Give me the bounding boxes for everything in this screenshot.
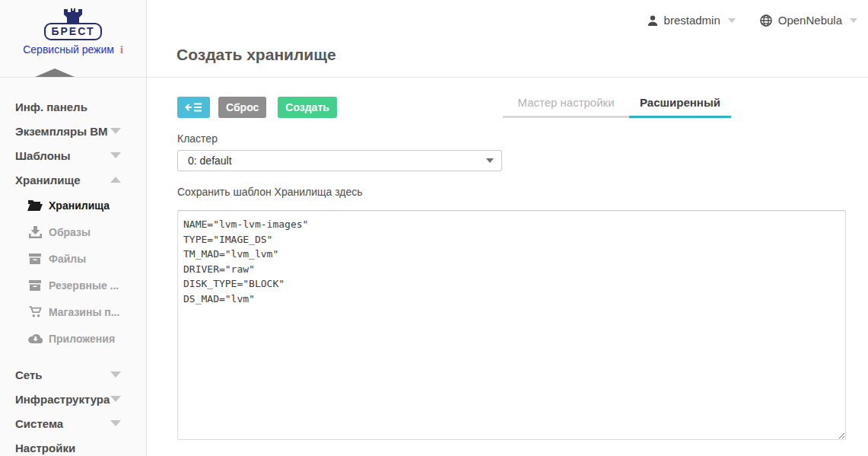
back-to-list-button[interactable] [177, 97, 210, 118]
sidebar-item-infrastructure[interactable]: Инфраструктура [0, 387, 146, 411]
zone-menu-label: OpenNebula [778, 14, 842, 27]
user-menu[interactable]: brestadmin [647, 14, 736, 27]
sidebar-item-vm-instances[interactable]: Экземпляры ВМ [0, 119, 146, 143]
cluster-label: Кластер [177, 132, 847, 145]
cloud-download-icon [27, 333, 43, 343]
chevron-down-icon [110, 128, 121, 134]
sidebar-item-label: Резервные ... [49, 279, 119, 292]
reset-button[interactable]: Сброс [218, 97, 266, 118]
sidebar-item-network[interactable]: Сеть [0, 362, 146, 387]
chevron-down-icon [728, 18, 736, 23]
cart-icon [27, 306, 43, 317]
sidebar-nav: Инф. панель Экземпляры ВМ Шаблоны Хранил… [0, 78, 146, 456]
sidebar-item-files[interactable]: Файлы [0, 245, 146, 272]
chevron-down-icon [486, 158, 494, 163]
sidebar-item-label: Хранилища [49, 199, 110, 212]
sidebar-item-label: Приложения [49, 333, 115, 345]
sidebar-item-label: Образы [49, 226, 91, 238]
sidebar-item-settings[interactable]: Настройки [0, 435, 146, 456]
chevron-down-icon [850, 18, 857, 23]
cluster-select[interactable]: 0: default [177, 150, 502, 171]
archive-box-icon [27, 280, 43, 291]
download-icon [27, 226, 43, 238]
chevron-down-icon [110, 152, 121, 158]
form-mode-tabs: Мастер настройки Расширенный [503, 91, 731, 118]
sidebar-collapse-toggle[interactable] [35, 69, 75, 77]
service-mode-link[interactable]: Сервисный режим [23, 43, 114, 56]
chevron-down-icon [110, 420, 121, 426]
brest-logo[interactable]: БРЕСТ [44, 8, 101, 40]
sidebar-item-marketplaces[interactable]: Магазины п... [0, 298, 146, 325]
tab-advanced[interactable]: Расширенный [629, 91, 731, 118]
sidebar-item-label: Сеть [15, 368, 43, 381]
globe-icon [760, 14, 772, 27]
topnav: brestadmin OpenNebula [647, 14, 857, 27]
arrow-left-list-icon [185, 102, 202, 113]
chevron-up-icon [110, 177, 121, 183]
sidebar-item-apps[interactable]: Приложения [0, 325, 146, 352]
sidebar-item-storage[interactable]: Хранилище [0, 167, 146, 192]
template-label: Сохранить шаблон Хранилища здесь [177, 186, 847, 198]
folder-open-icon [27, 200, 43, 211]
sidebar-item-backups[interactable]: Резервные ... [0, 272, 146, 298]
sidebar-item-templates[interactable]: Шаблоны [0, 143, 146, 167]
tab-wizard[interactable]: Мастер настройки [503, 91, 629, 118]
sidebar-item-label: Настройки [15, 442, 75, 454]
sidebar-item-system[interactable]: Система [0, 411, 146, 435]
datastore-template-textarea[interactable]: NAME="lvm-lvm-images" TYPE="IMAGE_DS" TM… [177, 210, 846, 440]
sidebar-item-label: Инфраструктура [15, 393, 110, 406]
zone-menu[interactable]: OpenNebula [760, 14, 857, 27]
main-area: Создать хранилище brestadmin OpenNebula [147, 0, 868, 456]
sidebar-item-label: Инф. панель [15, 100, 87, 113]
cluster-select-value: 0: default [188, 155, 232, 167]
logo-area: БРЕСТ Сервисный режимi [0, 0, 146, 78]
sidebar-item-images[interactable]: Образы [0, 218, 146, 245]
sidebar-item-label: Хранилище [15, 174, 81, 187]
info-icon[interactable]: i [120, 44, 123, 56]
app-window: БРЕСТ Сервисный режимi Инф. панель Экзем… [0, 0, 868, 456]
create-button[interactable]: Создать [278, 97, 337, 118]
chevron-down-icon [110, 396, 121, 402]
castle-icon [60, 8, 86, 24]
toolbar: Сброс Создать Мастер настройки Расширенн… [177, 91, 847, 118]
chevron-down-icon [110, 371, 121, 378]
sidebar: БРЕСТ Сервисный режимi Инф. панель Экзем… [0, 0, 147, 456]
sidebar-item-label: Шаблоны [15, 149, 71, 162]
person-icon [647, 15, 658, 26]
sidebar-item-datastores[interactable]: Хранилища [0, 192, 146, 218]
sidebar-item-label: Файлы [49, 253, 86, 265]
sidebar-item-label: Экземпляры ВМ [15, 125, 108, 138]
main-header: Создать хранилище brestadmin OpenNebula [147, 0, 868, 78]
sidebar-item-label: Магазины п... [49, 306, 119, 318]
sidebar-item-dashboard[interactable]: Инф. панель [0, 94, 146, 119]
create-datastore-form: Сброс Создать Мастер настройки Расширенн… [147, 78, 868, 440]
page-title: Создать хранилище [176, 46, 336, 64]
user-menu-label: brestadmin [664, 14, 720, 27]
archive-icon [27, 254, 43, 264]
sidebar-item-label: Система [15, 417, 63, 430]
brest-logo-label: БРЕСТ [44, 23, 101, 40]
